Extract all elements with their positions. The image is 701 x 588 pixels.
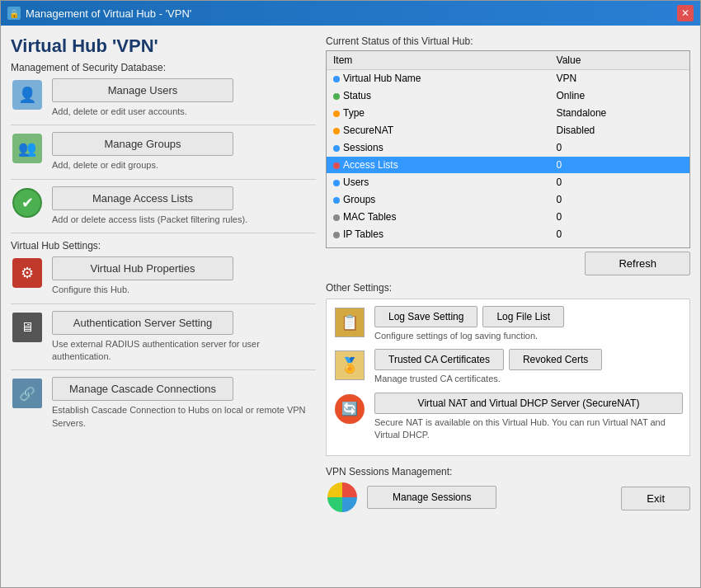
refresh-button[interactable]: Refresh bbox=[585, 252, 690, 275]
log-file-button[interactable]: Log File List bbox=[482, 306, 564, 327]
auth-server-button[interactable]: Authentication Server Setting bbox=[52, 311, 233, 335]
row-indicator bbox=[333, 232, 340, 238]
table-cell-item: Virtual Hub Name bbox=[327, 70, 550, 87]
table-cell-value: 0 bbox=[550, 243, 689, 249]
sessions-left: Manage Sessions bbox=[326, 481, 496, 514]
hub-icon-container: ⚙ bbox=[11, 256, 44, 289]
title-bar-left: 🔒 Management of Virtual Hub - 'VPN' bbox=[7, 7, 191, 20]
log-desc: Configure settings of log saving functio… bbox=[374, 330, 564, 342]
table-row[interactable]: TypeStandalone bbox=[327, 105, 689, 122]
table-cell-value: 0 bbox=[550, 226, 689, 243]
table-row[interactable]: Groups0 bbox=[327, 191, 689, 209]
table-cell-item: IP Tables bbox=[327, 226, 550, 243]
nat-icon-container: 🔄 bbox=[333, 393, 366, 426]
table-cell-value: 0 bbox=[550, 174, 689, 191]
table-row[interactable]: StatusOnline bbox=[327, 87, 689, 105]
row-indicator bbox=[333, 180, 340, 186]
row-indicator bbox=[333, 162, 340, 169]
manage-groups-row: 👥 Manage Groups Add, delete or edit grou… bbox=[11, 132, 316, 172]
row-indicator bbox=[333, 93, 340, 100]
log-settings-content: Log Save Setting Log File List Configure… bbox=[374, 306, 564, 342]
cascade-icon: 🔗 bbox=[12, 379, 42, 408]
table-cell-value: Standalone bbox=[550, 105, 689, 122]
vpn-sessions-row: Manage Sessions Exit bbox=[326, 481, 690, 514]
hub-properties-button[interactable]: Virtual Hub Properties bbox=[52, 256, 233, 280]
divider-3 bbox=[11, 233, 316, 233]
status-table: Item Value Virtual Hub NameVPNStatusOnli… bbox=[327, 51, 689, 248]
cascade-icon-container: 🔗 bbox=[11, 377, 44, 410]
log-buttons: Log Save Setting Log File List bbox=[374, 306, 564, 327]
table-row[interactable]: SecureNATDisabled bbox=[327, 122, 689, 139]
table-row[interactable]: Num Logins0 bbox=[327, 243, 689, 249]
table-cell-value: Online bbox=[550, 87, 689, 105]
table-cell-item: Num Logins bbox=[327, 243, 550, 249]
hub-icon: ⚙ bbox=[12, 258, 42, 288]
other-settings-box: 📋 Log Save Setting Log File List Configu… bbox=[326, 299, 690, 456]
hub-properties-content: Virtual Hub Properties Configure this Hu… bbox=[52, 256, 316, 296]
hub-properties-desc: Configure this Hub. bbox=[52, 284, 316, 296]
table-header: Item Value bbox=[327, 51, 689, 70]
table-cell-item: Sessions bbox=[327, 139, 550, 157]
table-row[interactable]: Sessions0 bbox=[327, 139, 689, 157]
manage-users-content: Manage Users Add, delete or edit user ac… bbox=[52, 78, 316, 118]
exit-button[interactable]: Exit bbox=[621, 487, 690, 510]
window-title: Management of Virtual Hub - 'VPN' bbox=[26, 7, 191, 20]
nat-settings-row: 🔄 Virtual NAT and Virtual DHCP Server (S… bbox=[333, 393, 683, 442]
row-indicator bbox=[333, 111, 340, 117]
sessions-icon-container bbox=[326, 481, 359, 514]
table-cell-item: Access Lists bbox=[327, 157, 550, 174]
manage-groups-button[interactable]: Manage Groups bbox=[52, 132, 233, 156]
page-title: Virtual Hub 'VPN' bbox=[11, 35, 316, 57]
table-cell-value: 0 bbox=[550, 157, 689, 174]
manage-access-row: ✔ Manage Access Lists Add or delete acce… bbox=[11, 186, 316, 226]
cascade-desc: Establish Cascade Connection to Hubs on … bbox=[52, 404, 316, 430]
divider-5 bbox=[11, 369, 316, 370]
cascade-button[interactable]: Manage Cascade Connections bbox=[52, 377, 233, 401]
row-indicator bbox=[333, 214, 340, 221]
table-row[interactable]: Access Lists0 bbox=[327, 157, 689, 174]
nat-desc: Secure NAT is available on this Virtual … bbox=[374, 416, 683, 442]
other-settings-title: Other Settings: bbox=[326, 282, 690, 294]
row-indicator bbox=[333, 128, 340, 134]
users-icon: 👤 bbox=[12, 80, 42, 110]
window-icon: 🔒 bbox=[7, 7, 21, 20]
table-row[interactable]: Users0 bbox=[327, 174, 689, 191]
trusted-ca-button[interactable]: Trusted CA Certificates bbox=[374, 349, 504, 370]
table-cell-item: Groups bbox=[327, 191, 550, 209]
table-cell-item: MAC Tables bbox=[327, 209, 550, 226]
virtual-nat-button[interactable]: Virtual NAT and Virtual DHCP Server (Sec… bbox=[374, 393, 683, 414]
manage-users-row: 👤 Manage Users Add, delete or edit user … bbox=[11, 78, 316, 118]
col-item: Item bbox=[327, 51, 550, 70]
security-section-title: Management of Security Database: bbox=[11, 62, 316, 73]
refresh-row: Refresh bbox=[326, 252, 690, 275]
vpn-sessions-section: VPN Sessions Management: Manage Sessions… bbox=[326, 466, 690, 514]
divider-2 bbox=[11, 179, 316, 180]
manage-users-button[interactable]: Manage Users bbox=[52, 78, 233, 102]
table-cell-item: SecureNAT bbox=[327, 122, 550, 139]
log-save-button[interactable]: Log Save Setting bbox=[374, 306, 478, 327]
left-panel: Virtual Hub 'VPN' Management of Security… bbox=[11, 35, 316, 577]
users-icon-container: 👤 bbox=[11, 78, 44, 111]
table-cell-item: Status bbox=[327, 87, 550, 105]
nat-icon: 🔄 bbox=[335, 394, 365, 424]
manage-access-button[interactable]: Manage Access Lists bbox=[52, 186, 233, 210]
auth-icon-container: 🖥 bbox=[11, 311, 44, 344]
manage-sessions-button[interactable]: Manage Sessions bbox=[367, 486, 496, 509]
col-value: Value bbox=[550, 51, 689, 70]
ca-buttons: Trusted CA Certificates Revoked Certs bbox=[374, 349, 602, 370]
manage-access-content: Manage Access Lists Add or delete access… bbox=[52, 186, 316, 226]
table-row[interactable]: IP Tables0 bbox=[327, 226, 689, 243]
revoked-certs-button[interactable]: Revoked Certs bbox=[509, 349, 602, 370]
status-table-container[interactable]: Item Value Virtual Hub NameVPNStatusOnli… bbox=[326, 50, 690, 248]
table-cell-value: 0 bbox=[550, 139, 689, 157]
log-settings-row: 📋 Log Save Setting Log File List Configu… bbox=[333, 306, 683, 342]
auth-icon: 🖥 bbox=[12, 313, 42, 342]
nat-buttons: Virtual NAT and Virtual DHCP Server (Sec… bbox=[374, 393, 683, 414]
table-header-row: Item Value bbox=[327, 51, 689, 70]
table-row[interactable]: Virtual Hub NameVPN bbox=[327, 70, 689, 87]
table-row[interactable]: MAC Tables0 bbox=[327, 209, 689, 226]
log-icon: 📋 bbox=[335, 308, 365, 337]
cert-icon: 🏅 bbox=[335, 350, 365, 380]
close-button[interactable]: ✕ bbox=[677, 5, 694, 21]
sessions-icon bbox=[327, 482, 357, 512]
